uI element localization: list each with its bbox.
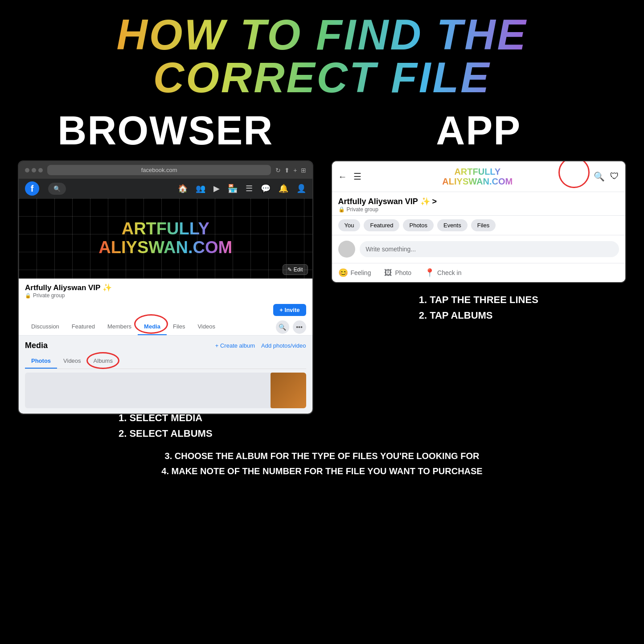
media-section: Media + Create album Add photos/video Ph… [19, 336, 312, 414]
tab-videos[interactable]: Videos [191, 319, 222, 335]
sub-tab-photos[interactable]: Photos [25, 354, 57, 369]
facebook-logo: f [25, 181, 39, 196]
app-search-icon[interactable]: 🔍 [594, 171, 605, 182]
app-action-photo[interactable]: 🖼 Photo [384, 268, 411, 278]
app-artfully-header: ARTFULLYALIYSWAN.COM [439, 166, 516, 187]
app-group-type: 🔒 Private group [338, 206, 619, 213]
search-tab-icon[interactable]: 🔍 [276, 320, 289, 334]
media-header: Media + Create album Add photos/video [25, 341, 306, 350]
tab-members[interactable]: Members [101, 319, 138, 335]
group-header: ARTFULLYALIYSWAN.COM ✎ Edit [19, 198, 312, 279]
sub-tab-videos[interactable]: Videos [57, 354, 87, 369]
video-icon[interactable]: ▶ [213, 184, 220, 193]
app-post-box: Write something... [332, 235, 626, 263]
group-type: 🔒 Private group [25, 292, 306, 299]
app-post-input[interactable]: Write something... [360, 241, 619, 257]
invite-row: + Invite [19, 301, 312, 319]
app-tab-events[interactable]: Events [437, 219, 468, 231]
friends-icon[interactable]: 👥 [196, 184, 205, 193]
app-group-name: Artfully Aliyswan VIP ✨ > [338, 197, 619, 206]
photo-icon: 🖼 [384, 268, 392, 278]
app-header-icons: 🔍 🛡 [594, 171, 619, 182]
search-icon: 🔍 [53, 185, 61, 192]
edit-button[interactable]: ✎ Edit [283, 264, 308, 275]
app-back-button[interactable]: ← [338, 172, 347, 182]
invite-button[interactable]: + Invite [273, 304, 306, 316]
create-album-link[interactable]: + Create album [215, 342, 255, 349]
browser-url: facebook.com [47, 165, 271, 175]
app-shield-icon[interactable]: 🛡 [610, 171, 619, 182]
sub-tab-albums-wrap: Albums [87, 354, 119, 369]
app-user-avatar [338, 241, 355, 258]
app-header-title-wrap: ARTFULLYALIYSWAN.COM [368, 166, 588, 187]
browser-icons: ↻ ⬆ + ⊞ [275, 167, 306, 174]
artfully-text: ARTFULLYALIYSWAN.COM [98, 220, 232, 257]
app-menu-button[interactable]: ☰ [353, 171, 361, 182]
app-tab-featured[interactable]: Featured [364, 219, 399, 231]
fb-search-box[interactable]: 🔍 [48, 183, 66, 195]
full-instructions: 3. CHOOSE THE ALBUM FOR THE TYPE OF FILE… [18, 448, 626, 479]
browser-dots [25, 168, 43, 172]
home-icon[interactable]: 🏠 [178, 184, 188, 193]
tab-discussion[interactable]: Discussion [25, 319, 66, 335]
tab-files[interactable]: Files [167, 319, 191, 335]
media-sub-tabs: Photos Videos Albums [25, 354, 306, 369]
app-group-info: Artfully Aliyswan VIP ✨ > 🔒 Private grou… [332, 192, 626, 216]
media-actions: + Create album Add photos/video [215, 342, 306, 349]
app-tab-files[interactable]: Files [471, 219, 496, 231]
reload-icon[interactable]: ↻ [275, 167, 281, 174]
lock-icon: 🔒 [25, 293, 31, 299]
columns: BROWSER facebook.com ↻ ⬆ + ⊞ [18, 108, 626, 441]
app-action-feeling[interactable]: 😊 Feeling [338, 268, 371, 278]
app-actions: 😊 Feeling 🖼 Photo 📍 Check in [332, 263, 626, 282]
app-label: APP [436, 108, 521, 154]
share-icon[interactable]: ⬆ [284, 167, 290, 174]
tabs-icon[interactable]: ⊞ [301, 167, 306, 174]
browser-screenshot: facebook.com ↻ ⬆ + ⊞ f 🔍 🏠 [18, 160, 313, 414]
browser-bar: facebook.com ↻ ⬆ + ⊞ [19, 161, 312, 179]
feeling-icon: 😊 [338, 268, 348, 278]
app-column: APP ↙ ← ☰ ARTFULLYALIYSWAN.COM � [331, 108, 627, 441]
checkin-icon: 📍 [425, 268, 435, 278]
more-tab-icon[interactable]: ••• [293, 320, 306, 334]
account-icon[interactable]: 👤 [296, 184, 306, 193]
app-instructions: 1. TAP THE THREE LINES 2. TAP ALBUMS [419, 292, 538, 323]
add-photos-link[interactable]: Add photos/video [261, 342, 306, 349]
group-info: Artfully Aliyswan VIP ✨ 🔒 Private group [19, 279, 312, 301]
tab-media-wrapper: Media [138, 319, 167, 335]
app-lock-icon: 🔒 [338, 206, 345, 213]
fb-nav-icons: 🏠 👥 ▶ 🏪 ☰ 💬 🔔 👤 [178, 184, 306, 193]
tab-featured[interactable]: Featured [66, 319, 101, 335]
browser-instructions: 1. SELECT MEDIA 2. SELECT ALBUMS [119, 410, 213, 441]
group-tabs: Discussion Featured Members Media Files … [19, 319, 312, 336]
sub-tab-albums[interactable]: Albums [87, 354, 119, 369]
menu-icon[interactable]: ☰ [246, 184, 253, 193]
app-action-checkin[interactable]: 📍 Check in [425, 268, 461, 278]
browser-label: BROWSER [57, 108, 273, 154]
dot-2 [32, 168, 36, 172]
browser-column: BROWSER facebook.com ↻ ⬆ + ⊞ [18, 108, 313, 441]
media-preview [25, 373, 306, 408]
page-title: HOW TO FIND THE CORRECT FILE [18, 13, 626, 99]
tab-media[interactable]: Media [138, 319, 167, 335]
dot-3 [38, 168, 43, 172]
app-screenshot: ↙ ← ☰ ARTFULLYALIYSWAN.COM 🔍 🛡 Artfully … [331, 160, 627, 283]
sub-tab-photos-wrap: Photos [25, 354, 57, 369]
media-thumb [271, 373, 306, 408]
app-header-bar: ↙ ← ☰ ARTFULLYALIYSWAN.COM 🔍 🛡 [332, 161, 626, 192]
add-tab-icon[interactable]: + [293, 167, 297, 174]
tab-action-icons: 🔍 ••• [276, 320, 306, 334]
media-title: Media [25, 341, 48, 350]
dot-1 [25, 168, 29, 172]
store-icon[interactable]: 🏪 [228, 184, 238, 193]
notification-icon[interactable]: 🔔 [279, 184, 288, 193]
main-container: HOW TO FIND THE CORRECT FILE BROWSER fac… [0, 0, 644, 644]
app-tab-you[interactable]: You [338, 219, 361, 231]
group-name: Artfully Aliyswan VIP ✨ [25, 283, 306, 292]
messenger-icon[interactable]: 💬 [261, 184, 271, 193]
fb-nav: f 🔍 🏠 👥 ▶ 🏪 ☰ 💬 🔔 👤 [19, 179, 312, 198]
app-tab-photos[interactable]: Photos [403, 219, 433, 231]
app-tabs: You Featured Photos Events Files [332, 216, 626, 235]
